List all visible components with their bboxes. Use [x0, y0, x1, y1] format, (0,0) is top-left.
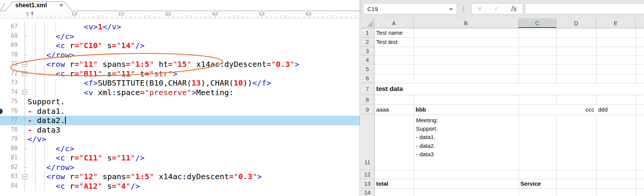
line-number: 84	[0, 182, 18, 189]
row-header-12[interactable]: 12	[360, 170, 374, 179]
code-line-69[interactable]: <c r="C10" s="14"/>	[55, 41, 145, 50]
xml-editor-pane: sheet1.xml ✕ 01,02,03,04,05,06,0T 67<v>1…	[0, 0, 360, 196]
ruler-tick	[205, 16, 206, 18]
code-line-78[interactable]: - data3	[28, 125, 60, 135]
indent-guide	[44, 32, 45, 41]
column-header-C[interactable]: C	[518, 18, 556, 28]
indent-guide	[55, 88, 56, 97]
line-number: 67	[0, 23, 18, 30]
ruler-tick	[84, 16, 84, 18]
ruler-tick	[351, 16, 351, 18]
indent-guide	[44, 144, 45, 154]
code-line-68[interactable]: </c>	[55, 32, 74, 41]
ruler-tick	[187, 16, 187, 18]
row-header-2[interactable]: 2	[360, 37, 374, 47]
ruler-tick	[154, 16, 155, 18]
cell-A2[interactable]: Test test	[376, 37, 412, 47]
enter-icon[interactable]: ✓	[489, 4, 504, 14]
ruler-tick	[290, 16, 290, 18]
cell-D9[interactable]: ccc	[558, 104, 594, 115]
cell-A13[interactable]: total	[376, 179, 412, 188]
tab-sheet1-xml[interactable]: sheet1.xml	[15, 2, 47, 9]
row-header-7[interactable]: 7	[360, 83, 374, 95]
ruler-tick	[295, 16, 295, 18]
ruler-tick	[337, 16, 337, 18]
editor-tab-bar: sheet1.xml ✕	[0, 0, 360, 11]
indent-guide	[44, 181, 45, 191]
row-header-13[interactable]: 13	[360, 179, 374, 188]
ruler-tick	[196, 16, 197, 18]
cell-B9[interactable]: bbb	[416, 104, 517, 115]
select-all-button[interactable]	[360, 18, 374, 28]
ruler-tick	[98, 15, 98, 18]
ruler-tick	[149, 16, 150, 18]
ruler-tick	[266, 16, 267, 18]
code-line-83[interactable]: <row r="12" spans="1:5" x14ac:dyDescent=…	[46, 172, 262, 181]
code-line-84[interactable]: <c r="A12" s="4"/>	[55, 181, 140, 191]
code-line-73[interactable]: <f>SUBSTITUTE(B10,CHAR(13),CHAR(10))</f>	[84, 78, 271, 88]
fold-collapse-icon[interactable]	[22, 174, 27, 179]
code-line-80[interactable]: </c>	[55, 144, 74, 154]
ruler-tick	[276, 16, 276, 18]
ruler-tick	[42, 16, 42, 18]
formula-bar-input[interactable]	[525, 3, 644, 14]
tab-outline	[0, 0, 360, 11]
column-header-D[interactable]: D	[556, 18, 596, 28]
row-header-3[interactable]: 3	[360, 47, 374, 55]
row-header-1[interactable]: 1	[360, 28, 374, 37]
code-line-81[interactable]: <c r="C11" s="11"/>	[55, 153, 145, 163]
indent-guide	[35, 163, 36, 172]
code-line-79[interactable]: </v>	[28, 134, 46, 144]
ruler-tick	[126, 16, 126, 18]
ruler-tick	[117, 16, 117, 18]
ruler-tick	[210, 16, 210, 18]
row-header-4[interactable]: 4	[360, 55, 374, 64]
ruler-tick	[313, 16, 314, 18]
column-header-B[interactable]: B	[414, 18, 518, 28]
line-number: 68	[0, 32, 18, 39]
name-box[interactable]: C19	[363, 3, 457, 14]
indent-guide	[55, 22, 56, 32]
ruler-tick	[173, 16, 173, 18]
ruler-tick	[178, 16, 178, 18]
fold-collapse-icon[interactable]	[22, 90, 27, 95]
ruler-tick	[46, 16, 47, 18]
code-line-67[interactable]: <v>1</v>	[84, 22, 121, 32]
ruler-label: 3,0	[165, 12, 171, 16]
cell-A1[interactable]: Test name	[376, 28, 412, 37]
column-header-E[interactable]: E	[596, 18, 636, 28]
indent-guide	[44, 163, 45, 172]
cell-B11[interactable]: Meeting:Support.- data1.- data2.- data3	[416, 116, 516, 159]
cell-A9[interactable]: aaaa	[376, 104, 412, 115]
row-header-6[interactable]: 6	[360, 74, 374, 83]
ruler-tick	[327, 16, 328, 18]
ruler-tick	[55, 16, 56, 18]
formula-bar-separator-dots	[463, 6, 464, 12]
indent-guide	[35, 78, 36, 88]
row-header-14[interactable]: 14	[360, 188, 374, 196]
row-header-9[interactable]: 9	[360, 104, 374, 115]
ruler-tick	[93, 16, 93, 18]
column-header-A[interactable]: A	[374, 18, 414, 28]
ruler-label: 6,0	[306, 12, 311, 16]
code-line-76[interactable]: - data1.	[28, 107, 65, 116]
row-header-11[interactable]: 11	[360, 115, 374, 170]
code-line-82[interactable]: </row>	[46, 163, 74, 172]
cell-E9[interactable]: ddd	[598, 104, 634, 115]
name-box-dropdown-icon[interactable]	[449, 8, 453, 10]
code-line-77[interactable]: - data2.	[28, 116, 65, 125]
ruler-tick	[280, 16, 281, 18]
cell-C13[interactable]: Service	[520, 179, 554, 188]
cell-A7[interactable]: test data	[376, 83, 412, 95]
ruler-tick	[234, 16, 234, 18]
column-header-F[interactable]	[636, 18, 644, 28]
line-number: 69	[0, 42, 18, 49]
tab-close-icon[interactable]: ✕	[58, 2, 64, 8]
row-header-8[interactable]: 8	[360, 95, 374, 104]
code-line-75[interactable]: Support.	[28, 97, 65, 107]
ruler-label: 5,0	[259, 12, 264, 16]
insert-function-icon[interactable]: fx	[506, 4, 521, 14]
code-line-74[interactable]: <v xml:space="preserve">Meeting:	[84, 88, 234, 97]
cancel-icon[interactable]: ✕	[473, 4, 487, 14]
row-header-5[interactable]: 5	[360, 64, 374, 74]
